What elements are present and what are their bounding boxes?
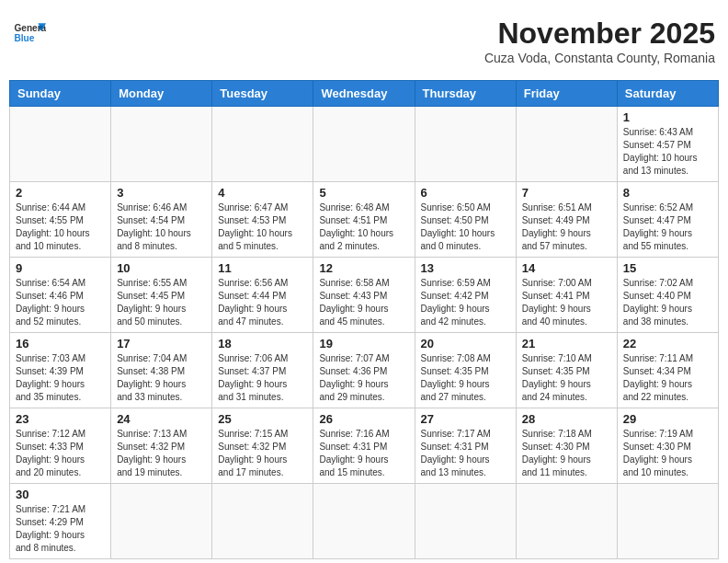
day-number: 19 (319, 337, 408, 350)
weekday-header-wednesday: Wednesday (313, 81, 415, 107)
calendar-table: SundayMondayTuesdayWednesdayThursdayFrid… (9, 80, 719, 559)
day-info: Sunrise: 7:17 AM Sunset: 4:31 PM Dayligh… (421, 428, 510, 479)
day-number: 10 (117, 261, 206, 275)
day-number: 13 (421, 261, 510, 275)
title-section: November 2025 Cuza Voda, Constanta Count… (484, 17, 715, 65)
calendar-cell (516, 484, 617, 559)
day-number: 29 (623, 412, 712, 426)
calendar-cell (313, 484, 415, 559)
calendar-cell (617, 484, 718, 559)
calendar-cell: 12Sunrise: 6:58 AM Sunset: 4:43 PM Dayli… (313, 258, 415, 333)
calendar-title: November 2025 (484, 17, 715, 51)
day-number: 28 (522, 412, 611, 426)
calendar-cell: 24Sunrise: 7:13 AM Sunset: 4:32 PM Dayli… (111, 408, 212, 484)
calendar-cell (415, 484, 516, 559)
calendar-cell: 1Sunrise: 6:43 AM Sunset: 4:57 PM Daylig… (617, 107, 718, 182)
week-row-3: 9Sunrise: 6:54 AM Sunset: 4:46 PM Daylig… (10, 258, 719, 333)
day-number: 11 (218, 261, 307, 275)
day-info: Sunrise: 6:50 AM Sunset: 4:50 PM Dayligh… (421, 201, 510, 253)
calendar-cell: 23Sunrise: 7:12 AM Sunset: 4:33 PM Dayli… (10, 408, 111, 484)
day-info: Sunrise: 6:51 AM Sunset: 4:49 PM Dayligh… (522, 201, 611, 253)
calendar-cell: 5Sunrise: 6:48 AM Sunset: 4:51 PM Daylig… (313, 182, 415, 258)
week-row-5: 23Sunrise: 7:12 AM Sunset: 4:33 PM Dayli… (10, 408, 719, 484)
calendar-cell: 11Sunrise: 6:56 AM Sunset: 4:44 PM Dayli… (212, 258, 313, 333)
calendar-subtitle: Cuza Voda, Constanta County, Romania (484, 51, 715, 65)
weekday-header-monday: Monday (111, 81, 212, 107)
week-row-6: 30Sunrise: 7:21 AM Sunset: 4:29 PM Dayli… (10, 484, 719, 559)
day-number: 24 (117, 412, 206, 426)
day-info: Sunrise: 7:08 AM Sunset: 4:35 PM Dayligh… (421, 352, 510, 404)
calendar-cell: 28Sunrise: 7:18 AM Sunset: 4:30 PM Dayli… (516, 408, 617, 484)
day-number: 14 (522, 261, 611, 275)
day-info: Sunrise: 7:11 AM Sunset: 4:34 PM Dayligh… (623, 352, 712, 404)
weekday-header-row: SundayMondayTuesdayWednesdayThursdayFrid… (10, 81, 719, 107)
day-number: 17 (117, 337, 206, 350)
day-info: Sunrise: 7:13 AM Sunset: 4:32 PM Dayligh… (117, 428, 206, 479)
calendar-header: General Blue November 2025 Cuza Voda, Co… (9, 9, 719, 73)
calendar-cell: 6Sunrise: 6:50 AM Sunset: 4:50 PM Daylig… (415, 182, 516, 258)
weekday-header-friday: Friday (516, 81, 617, 107)
day-number: 15 (623, 261, 712, 275)
calendar-cell: 21Sunrise: 7:10 AM Sunset: 4:35 PM Dayli… (516, 333, 617, 408)
day-number: 25 (218, 412, 307, 426)
calendar-cell (111, 107, 212, 182)
day-number: 8 (623, 186, 712, 200)
day-number: 7 (522, 186, 611, 200)
day-number: 18 (218, 337, 307, 350)
day-number: 6 (421, 186, 510, 200)
day-number: 4 (218, 186, 307, 200)
week-row-4: 16Sunrise: 7:03 AM Sunset: 4:39 PM Dayli… (10, 333, 719, 408)
calendar-cell (212, 484, 313, 559)
day-info: Sunrise: 6:43 AM Sunset: 4:57 PM Dayligh… (623, 126, 712, 178)
day-info: Sunrise: 7:10 AM Sunset: 4:35 PM Dayligh… (522, 352, 611, 404)
calendar-cell: 22Sunrise: 7:11 AM Sunset: 4:34 PM Dayli… (617, 333, 718, 408)
day-number: 26 (319, 412, 408, 426)
day-number: 9 (16, 261, 105, 275)
day-info: Sunrise: 6:59 AM Sunset: 4:42 PM Dayligh… (421, 277, 510, 328)
calendar-cell: 27Sunrise: 7:17 AM Sunset: 4:31 PM Dayli… (415, 408, 516, 484)
calendar-cell: 14Sunrise: 7:00 AM Sunset: 4:41 PM Dayli… (516, 258, 617, 333)
calendar-cell: 3Sunrise: 6:46 AM Sunset: 4:54 PM Daylig… (111, 182, 212, 258)
day-info: Sunrise: 7:15 AM Sunset: 4:32 PM Dayligh… (218, 428, 307, 479)
calendar-cell (10, 107, 111, 182)
calendar-cell: 17Sunrise: 7:04 AM Sunset: 4:38 PM Dayli… (111, 333, 212, 408)
calendar-cell (516, 107, 617, 182)
day-info: Sunrise: 6:46 AM Sunset: 4:54 PM Dayligh… (117, 201, 206, 253)
calendar-cell: 16Sunrise: 7:03 AM Sunset: 4:39 PM Dayli… (10, 333, 111, 408)
week-row-1: 1Sunrise: 6:43 AM Sunset: 4:57 PM Daylig… (10, 107, 719, 182)
day-number: 16 (16, 337, 105, 350)
day-info: Sunrise: 6:48 AM Sunset: 4:51 PM Dayligh… (319, 201, 408, 253)
day-info: Sunrise: 7:03 AM Sunset: 4:39 PM Dayligh… (16, 352, 105, 404)
calendar-cell: 30Sunrise: 7:21 AM Sunset: 4:29 PM Dayli… (10, 484, 111, 559)
day-number: 21 (522, 337, 611, 350)
day-number: 2 (16, 186, 105, 200)
calendar-cell: 26Sunrise: 7:16 AM Sunset: 4:31 PM Dayli… (313, 408, 415, 484)
svg-text:Blue: Blue (14, 33, 34, 43)
day-number: 20 (421, 337, 510, 350)
calendar-cell: 2Sunrise: 6:44 AM Sunset: 4:55 PM Daylig… (10, 182, 111, 258)
calendar-cell: 13Sunrise: 6:59 AM Sunset: 4:42 PM Dayli… (415, 258, 516, 333)
calendar-cell: 20Sunrise: 7:08 AM Sunset: 4:35 PM Dayli… (415, 333, 516, 408)
day-info: Sunrise: 7:18 AM Sunset: 4:30 PM Dayligh… (522, 428, 611, 479)
logo-icon: General Blue (13, 17, 46, 50)
calendar-cell (111, 484, 212, 559)
calendar-cell (212, 107, 313, 182)
day-info: Sunrise: 7:04 AM Sunset: 4:38 PM Dayligh… (117, 352, 206, 404)
day-number: 27 (421, 412, 510, 426)
day-info: Sunrise: 7:07 AM Sunset: 4:36 PM Dayligh… (319, 352, 408, 404)
day-number: 1 (623, 110, 712, 124)
day-number: 3 (117, 186, 206, 200)
calendar-cell (313, 107, 415, 182)
day-info: Sunrise: 6:52 AM Sunset: 4:47 PM Dayligh… (623, 201, 712, 253)
day-info: Sunrise: 6:54 AM Sunset: 4:46 PM Dayligh… (16, 277, 105, 328)
day-info: Sunrise: 6:58 AM Sunset: 4:43 PM Dayligh… (319, 277, 408, 328)
day-number: 23 (16, 412, 105, 426)
calendar-cell: 15Sunrise: 7:02 AM Sunset: 4:40 PM Dayli… (617, 258, 718, 333)
day-info: Sunrise: 7:21 AM Sunset: 4:29 PM Dayligh… (16, 503, 105, 555)
calendar-cell: 7Sunrise: 6:51 AM Sunset: 4:49 PM Daylig… (516, 182, 617, 258)
day-info: Sunrise: 6:55 AM Sunset: 4:45 PM Dayligh… (117, 277, 206, 328)
weekday-header-saturday: Saturday (617, 81, 718, 107)
calendar-cell: 29Sunrise: 7:19 AM Sunset: 4:30 PM Dayli… (617, 408, 718, 484)
logo: General Blue (13, 17, 46, 50)
day-number: 5 (319, 186, 408, 200)
